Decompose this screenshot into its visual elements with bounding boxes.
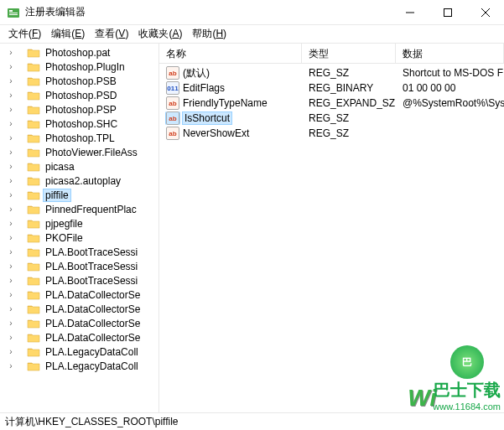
app-icon (7, 6, 20, 19)
chevron-right-icon: › (7, 48, 15, 57)
tree-item[interactable]: ››PinnedFrequentPlac (0, 202, 158, 216)
value-type: REG_EXPAND_SZ (302, 97, 396, 109)
chevron-right-icon: › (7, 148, 15, 157)
value-name: EditFlags (183, 82, 225, 94)
tree-item[interactable]: ››PLA.BootTraceSessi (0, 273, 158, 288)
svg-rect-2 (9, 13, 18, 13)
list-row[interactable]: abNeverShowExtREG_SZ (159, 126, 504, 141)
tree-item-label: picasa (44, 161, 76, 173)
tree-item[interactable]: ››picasa (0, 159, 158, 174)
chevron-right-icon: › (7, 105, 15, 114)
chevron-right-icon: › (7, 319, 15, 328)
menu-favorites[interactable]: 收藏夹(A) (133, 25, 187, 43)
chevron-right-icon: › (7, 205, 15, 214)
minimize-button[interactable] (391, 0, 429, 24)
tree-item-label: Photoshop.pat (44, 47, 112, 59)
tree-item[interactable]: ››Photoshop.PSD (0, 88, 158, 102)
folder-icon (27, 118, 40, 130)
tree-item[interactable]: ››PLA.LegacyDataColl (0, 359, 158, 373)
tree-item[interactable]: ››Photoshop.PSP (0, 102, 158, 117)
menu-file[interactable]: 文件(F) (3, 25, 46, 43)
maximize-button[interactable] (429, 0, 466, 24)
chevron-right-icon: › (7, 133, 15, 142)
menu-bar: 文件(F) 编辑(E) 查看(V) 收藏夹(A) 帮助(H) (0, 25, 504, 44)
menu-edit[interactable]: 编辑(E) (46, 25, 90, 43)
tree-item[interactable]: ››PLA.BootTraceSessi (0, 245, 158, 259)
folder-icon (27, 90, 40, 101)
tree-item-label: PLA.BootTraceSessi (44, 246, 139, 258)
tree-item[interactable]: ››PhotoViewer.FileAss (0, 145, 158, 159)
list-body[interactable]: ab(默认)REG_SZShortcut to MS-DOS F011EditF… (159, 64, 504, 141)
tree-item-label: PLA.BootTraceSessi (44, 275, 139, 287)
tree-item-label: piffile (44, 189, 70, 201)
tree-item[interactable]: ››Photoshop.PSB (0, 74, 158, 88)
folder-icon (27, 332, 40, 344)
menu-help[interactable]: 帮助(H) (187, 25, 231, 43)
folder-icon (27, 246, 40, 258)
tree-panel[interactable]: ››Photoshop.pat››Photoshop.PlugIn››Photo… (0, 44, 159, 412)
chevron-right-icon: › (7, 91, 15, 100)
tree-item-label: PLA.DataCollectorSe (44, 332, 142, 344)
tree-item[interactable]: ››PLA.LegacyDataColl (0, 345, 158, 359)
tree-item[interactable]: ››PLA.DataCollectorSe (0, 330, 158, 345)
tree-item[interactable]: ››piffile (0, 188, 158, 202)
tree-item-label: Photoshop.PlugIn (44, 61, 127, 73)
tree-item-label: Photoshop.PSB (44, 75, 118, 87)
tree-item[interactable]: ››Photoshop.PlugIn (0, 60, 158, 74)
tree-item[interactable]: ››Photoshop.TPL (0, 131, 158, 145)
chevron-right-icon: › (7, 119, 15, 128)
tree-item[interactable]: ››Photoshop.SHC (0, 117, 158, 131)
list-row[interactable]: abIsShortcutREG_SZ (159, 111, 504, 126)
tree-item[interactable]: ››picasa2.autoplay (0, 174, 158, 188)
list-panel: 名称 类型 数据 ab(默认)REG_SZShortcut to MS-DOS … (159, 44, 504, 412)
tree-item[interactable]: ››PLA.DataCollectorSe (0, 288, 158, 302)
status-bar: 计算机\HKEY_CLASSES_ROOT\piffile (0, 412, 504, 430)
tree-item[interactable]: ››PLA.BootTraceSessi (0, 259, 158, 273)
folder-icon (27, 61, 40, 73)
folder-icon (27, 346, 40, 358)
column-header-name[interactable]: 名称 (159, 44, 302, 63)
chevron-right-icon: › (7, 162, 15, 171)
chevron-right-icon: › (7, 276, 15, 285)
folder-icon (27, 47, 40, 59)
chevron-right-icon: › (7, 176, 15, 185)
string-value-icon: ab (166, 127, 179, 140)
chevron-right-icon: › (7, 361, 15, 370)
folder-icon (27, 132, 40, 144)
folder-icon (27, 189, 40, 201)
value-type: REG_BINARY (302, 82, 396, 94)
folder-icon (27, 175, 40, 187)
tree-item-label: Photoshop.PSD (44, 90, 118, 101)
tree-item-label: Photoshop.PSP (44, 104, 118, 116)
folder-icon (27, 318, 40, 329)
value-type: REG_SZ (302, 127, 396, 139)
folder-icon (27, 204, 40, 215)
svg-rect-5 (444, 8, 451, 16)
tree-item[interactable]: ››PLA.DataCollectorSe (0, 302, 158, 316)
chevron-right-icon: › (7, 190, 15, 199)
menu-view[interactable]: 查看(V) (90, 25, 133, 43)
close-button[interactable] (466, 0, 504, 24)
value-type: REG_SZ (302, 112, 396, 124)
chevron-right-icon: › (7, 62, 15, 71)
tree-item[interactable]: ››Photoshop.pat (0, 45, 158, 60)
folder-icon (27, 275, 40, 287)
window-buttons (391, 0, 504, 24)
chevron-right-icon: › (7, 233, 15, 242)
folder-icon (27, 360, 40, 372)
tree-item[interactable]: ››PKOFile (0, 231, 158, 245)
list-row[interactable]: ab(默认)REG_SZShortcut to MS-DOS F (159, 65, 504, 80)
column-header-type[interactable]: 类型 (302, 44, 396, 63)
column-header-data[interactable]: 数据 (396, 44, 504, 63)
list-row[interactable]: abFriendlyTypeNameREG_EXPAND_SZ@%SystemR… (159, 96, 504, 111)
tree-item-label: PLA.LegacyDataColl (44, 360, 140, 372)
tree-item-label: PLA.LegacyDataColl (44, 346, 140, 358)
list-row[interactable]: 011EditFlagsREG_BINARY01 00 00 00 (159, 80, 504, 96)
tree-item[interactable]: ››pjpegfile (0, 216, 158, 231)
chevron-right-icon: › (7, 304, 15, 313)
title-bar: 注册表编辑器 (0, 0, 504, 25)
value-data: Shortcut to MS-DOS F (396, 67, 504, 79)
tree-item[interactable]: ››PLA.DataCollectorSe (0, 316, 158, 330)
tree-item-label: PinnedFrequentPlac (44, 204, 138, 215)
tree-item-label: Photoshop.SHC (44, 118, 119, 130)
